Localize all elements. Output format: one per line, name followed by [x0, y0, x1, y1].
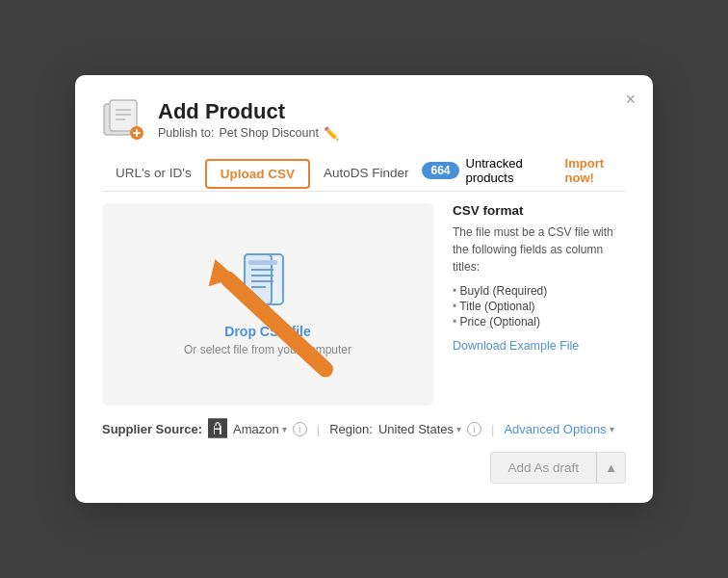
untracked-label: Untracked products — [466, 156, 559, 185]
csv-fields-list: BuyId (Required) Title (Optional) Price … — [453, 283, 626, 329]
add-draft-chevron-icon: ▲ — [605, 460, 617, 475]
drop-zone[interactable]: Drop CSV file Or select file from your c… — [102, 203, 433, 406]
supplier-info-icon[interactable]: i — [293, 422, 307, 436]
add-draft-chevron-button[interactable]: ▲ — [596, 452, 626, 484]
csv-field-1: BuyId (Required) — [453, 283, 626, 299]
region-chevron-icon: ▾ — [456, 424, 461, 434]
supplier-value: Amazon — [233, 422, 279, 436]
advanced-chevron-icon: ▾ — [610, 424, 614, 434]
supplier-label: Supplier Source: — [102, 422, 202, 436]
region-dropdown[interactable]: United States ▾ — [378, 422, 461, 436]
divider-1: | — [317, 422, 320, 436]
content-area: Drop CSV file Or select file from your c… — [102, 203, 626, 406]
bottom-row: Supplier Source: 🅰 Amazon ▾ i | Region: … — [102, 419, 626, 438]
download-example-link[interactable]: Download Example File — [453, 339, 579, 353]
modal-header: Add Product Publish to: Pet Shop Discoun… — [102, 98, 626, 141]
csv-format-desc: The file must be a CSV file with the fol… — [453, 223, 626, 276]
product-icon — [102, 98, 144, 141]
modal-overlay: × Add Product Publish to: — [0, 0, 728, 578]
csv-file-icon — [243, 252, 293, 314]
drop-csv-label[interactable]: Drop CSV file — [224, 324, 310, 339]
csv-field-3: Price (Optional) — [453, 314, 626, 329]
untracked-count: 664 — [422, 162, 458, 179]
import-now-link[interactable]: Import now! — [565, 156, 626, 185]
region-value: United States — [378, 422, 454, 436]
divider-2: | — [491, 422, 494, 436]
edit-icon[interactable]: ✏️ — [324, 126, 339, 141]
modal: × Add Product Publish to: — [75, 75, 653, 503]
region-label: Region: — [329, 422, 373, 436]
svg-marker-16 — [209, 259, 236, 286]
csv-format-title: CSV format — [453, 203, 626, 218]
close-button[interactable]: × — [625, 91, 636, 108]
publish-to: Publish to: Pet Shop Discount ✏️ — [158, 126, 339, 141]
advanced-options-link[interactable]: Advanced Options ▾ — [504, 422, 613, 436]
untracked-badge: 664 Untracked products Import now! — [422, 156, 626, 191]
title-block: Add Product Publish to: Pet Shop Discoun… — [158, 99, 339, 141]
drop-csv-sub: Or select file from your computer — [184, 343, 351, 356]
advanced-options-label: Advanced Options — [504, 422, 606, 436]
svg-rect-14 — [248, 260, 277, 265]
tab-urls[interactable]: URL's or ID's — [102, 158, 205, 190]
region-info-icon[interactable]: i — [467, 422, 481, 436]
tab-upload-csv[interactable]: Upload CSV — [205, 159, 310, 189]
tab-autods-finder[interactable]: AutoDS Finder — [310, 158, 423, 190]
csv-field-2: Title (Optional) — [453, 299, 626, 314]
supplier-chevron-icon: ▾ — [282, 424, 287, 434]
modal-title: Add Product — [158, 99, 339, 124]
amazon-logo-icon: 🅰 — [208, 419, 227, 438]
publish-label: Publish to: — [158, 126, 214, 140]
footer-row: Add As draft ▲ — [102, 452, 626, 484]
add-as-draft-button[interactable]: Add As draft — [490, 452, 597, 484]
csv-format-panel: CSV format The file must be a CSV file w… — [453, 203, 626, 406]
store-name: Pet Shop Discount — [219, 126, 319, 140]
tabs-row: URL's or ID's Upload CSV AutoDS Finder 6… — [102, 156, 626, 192]
supplier-dropdown[interactable]: Amazon ▾ — [233, 422, 287, 436]
svg-rect-1 — [110, 100, 137, 131]
